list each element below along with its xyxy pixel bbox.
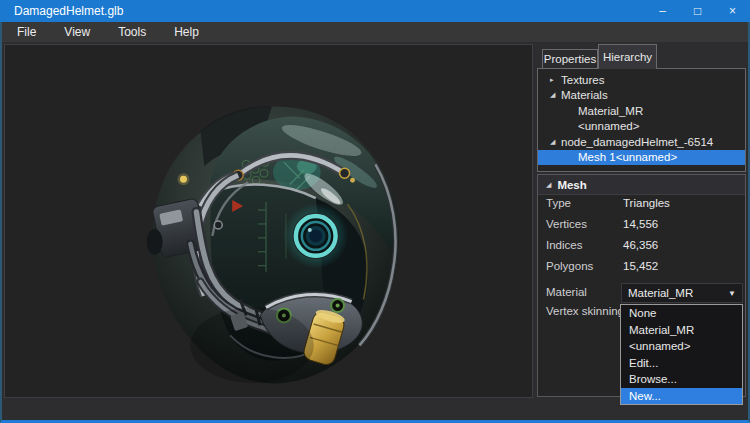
dropdown-option-material-mr[interactable]: Material_MR [621, 322, 742, 339]
menu-help[interactable]: Help [160, 22, 213, 42]
title-bar[interactable]: DamagedHelmet.glb – □ × [0, 0, 750, 22]
tab-properties-label: Properties [544, 53, 596, 65]
menu-file[interactable]: File [3, 22, 50, 42]
tree-item-textures[interactable]: ▸ Textures [538, 72, 745, 88]
tab-hierarchy[interactable]: Hierarchy [598, 44, 657, 69]
tree-item-label: Materials [561, 89, 608, 101]
hierarchy-tree: ▸ Textures ◢ Materials Material_MR <unna… [537, 68, 746, 172]
tree-item-material-mr[interactable]: Material_MR [538, 103, 745, 119]
dropdown-option-edit[interactable]: Edit... [621, 355, 742, 372]
prop-label-vertices: Vertices [546, 218, 587, 230]
tab-hierarchy-label: Hierarchy [603, 51, 652, 63]
app-window: DamagedHelmet.glb – □ × File View Tools … [0, 0, 750, 423]
menu-view[interactable]: View [50, 22, 104, 42]
section-expanded-icon: ◢ [546, 181, 551, 189]
tree-item-label: node_damagedHelmet_-6514 [561, 136, 713, 148]
tree-item-mesh1-selected[interactable]: Mesh 1<unnamed> [538, 150, 745, 166]
tree-item-unnamed[interactable]: <unnamed> [538, 119, 745, 135]
tree-item-node-damagedhelmet[interactable]: ◢ node_damagedHelmet_-6514 [538, 134, 745, 150]
prop-label-type: Type [546, 197, 571, 209]
dropdown-option-unnamed[interactable]: <unnamed> [621, 338, 742, 355]
prop-value-vertices: 14,556 [623, 218, 658, 230]
material-dropdown-list: None Material_MR <unnamed> Edit... Brows… [620, 304, 743, 405]
chevron-collapsed-icon[interactable]: ▸ [550, 76, 561, 84]
damaged-helmet-model [5, 45, 532, 397]
window-title: DamagedHelmet.glb [0, 4, 645, 18]
mesh-section-title: Mesh [557, 179, 586, 191]
maximize-button[interactable]: □ [680, 0, 715, 22]
chevron-expanded-icon[interactable]: ◢ [550, 138, 561, 146]
prop-value-type: Triangles [623, 197, 670, 209]
prop-label-vertex-skinning: Vertex skinning [546, 305, 624, 317]
prop-label-indices: Indices [546, 239, 582, 251]
chevron-down-icon: ▼ [728, 289, 736, 298]
material-dropdown-value: Material_MR [628, 287, 693, 299]
dropdown-option-browse[interactable]: Browse... [621, 371, 742, 388]
prop-value-indices: 46,356 [623, 239, 658, 251]
material-dropdown[interactable]: Material_MR ▼ [621, 283, 743, 303]
close-button[interactable]: × [715, 0, 750, 22]
tree-item-label: Mesh 1<unnamed> [578, 151, 677, 163]
menu-tools[interactable]: Tools [104, 22, 160, 42]
tree-item-label: Textures [561, 74, 604, 86]
window-controls: – □ × [645, 0, 750, 22]
3d-viewport[interactable] [4, 44, 533, 398]
tree-item-label: Material_MR [578, 105, 643, 117]
dropdown-option-new[interactable]: New... [621, 388, 742, 405]
prop-label-material: Material [546, 286, 587, 298]
mesh-section-header[interactable]: ◢ Mesh [538, 175, 745, 195]
tree-item-materials[interactable]: ◢ Materials [538, 88, 745, 104]
minimize-button[interactable]: – [645, 0, 680, 22]
prop-value-polygons: 15,452 [623, 260, 658, 272]
menu-bar: File View Tools Help [0, 22, 750, 42]
dropdown-option-none[interactable]: None [621, 305, 742, 322]
tab-properties[interactable]: Properties [542, 49, 598, 69]
chevron-expanded-icon[interactable]: ◢ [550, 91, 561, 99]
tree-item-label: <unnamed> [578, 120, 639, 132]
prop-label-polygons: Polygons [546, 260, 593, 272]
